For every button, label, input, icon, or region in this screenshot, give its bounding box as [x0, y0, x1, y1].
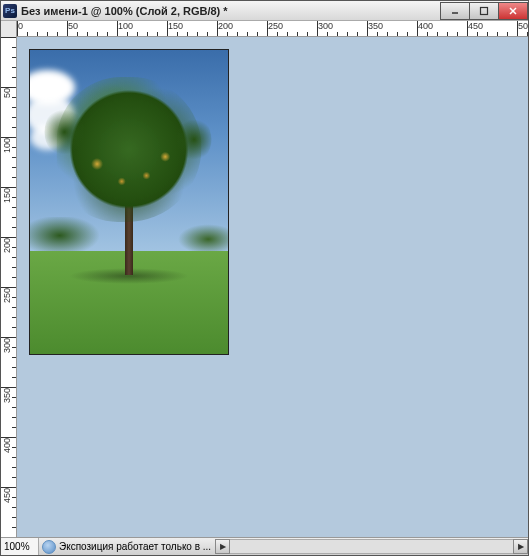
ruler-origin[interactable]	[1, 21, 17, 37]
ruler-tick-label: 50	[2, 88, 12, 98]
ruler-tick-label: 450	[2, 488, 12, 503]
ruler-tick-label: 50	[68, 21, 78, 31]
ruler-tick-label: 400	[2, 438, 12, 453]
ruler-tick-label: 150	[168, 21, 183, 31]
ruler-tick-label: 250	[2, 288, 12, 303]
document-title: Без имени-1 @ 100% (Слой 2, RGB/8) *	[21, 5, 441, 17]
status-message: Экспозиция работает только в ...	[59, 541, 215, 552]
ruler-tick-label: 150	[2, 188, 12, 203]
maximize-button[interactable]	[469, 2, 499, 20]
ruler-tick-label: 200	[218, 21, 233, 31]
ruler-tick-label: 400	[418, 21, 433, 31]
horizontal-ruler[interactable]: 050100150200250300350400450500	[17, 21, 528, 36]
info-icon[interactable]	[42, 540, 56, 554]
ruler-tick-label: 100	[2, 138, 12, 153]
ruler-tick-label: 350	[368, 21, 383, 31]
close-button[interactable]	[498, 2, 528, 20]
ruler-tick-label: 450	[468, 21, 483, 31]
ruler-tick-label: 200	[2, 238, 12, 253]
statusbar: 100% Экспозиция работает только в ... ▶ …	[1, 537, 528, 555]
svg-rect-1	[481, 7, 488, 14]
zoom-level-input[interactable]: 100%	[1, 538, 39, 555]
photoshop-app-icon: Ps	[3, 4, 17, 18]
ruler-tick-label: 0	[18, 21, 23, 31]
document-window: Ps Без имени-1 @ 100% (Слой 2, RGB/8) * …	[0, 0, 529, 556]
document-body: 050100150200250300350400450500 501001502…	[1, 21, 528, 555]
window-controls	[441, 2, 528, 20]
main-row: 50100150200250300350400450500	[1, 37, 528, 537]
vertical-ruler[interactable]: 50100150200250300350400450500	[1, 37, 17, 537]
scroll-right-button[interactable]: ▶	[513, 539, 528, 554]
top-ruler-row: 050100150200250300350400450500	[1, 21, 528, 37]
horizontal-scrollbar[interactable]	[230, 539, 513, 554]
image-layer-tree[interactable]	[29, 49, 229, 355]
ruler-tick-label: 500	[518, 21, 528, 31]
ruler-tick-label: 100	[118, 21, 133, 31]
tree-leaf-highlights	[57, 77, 202, 222]
ruler-tick-label: 300	[2, 338, 12, 353]
titlebar[interactable]: Ps Без имени-1 @ 100% (Слой 2, RGB/8) *	[1, 1, 528, 21]
ruler-tick-label: 250	[268, 21, 283, 31]
minimize-button[interactable]	[440, 2, 470, 20]
status-menu-arrow[interactable]: ▶	[215, 539, 230, 554]
ruler-tick-label: 300	[318, 21, 333, 31]
ruler-tick-label: 350	[2, 388, 12, 403]
canvas[interactable]	[17, 37, 528, 537]
